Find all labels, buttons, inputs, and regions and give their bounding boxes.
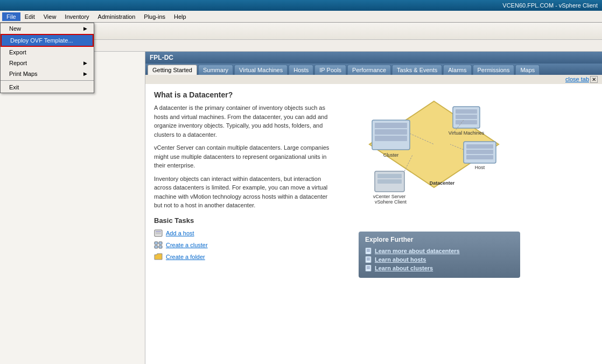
title-bar: VCEN60.FPL.COM - vSphere Client bbox=[0, 0, 602, 11]
tab-maps[interactable]: Maps bbox=[515, 65, 540, 75]
svg-rect-15 bbox=[456, 109, 477, 114]
title-text: VCEN60.FPL.COM - vSphere Client bbox=[502, 2, 598, 9]
tab-getting-started[interactable]: Getting Started bbox=[148, 65, 197, 75]
tab-ip-pools[interactable]: IP Pools bbox=[314, 65, 346, 75]
task-create-cluster-link[interactable]: Create a cluster bbox=[166, 242, 208, 248]
menu-print-maps[interactable]: Print Maps bbox=[1, 68, 94, 79]
right-content: Cluster Virtual Machines Host bbox=[359, 90, 520, 278]
datacenter-diagram: Cluster Virtual Machines Host bbox=[359, 90, 509, 204]
svg-rect-34 bbox=[366, 248, 371, 254]
svg-text:Cluster: Cluster bbox=[383, 152, 399, 158]
menu-deploy-ovf[interactable]: Deploy OVF Template... bbox=[1, 34, 94, 47]
svg-rect-11 bbox=[375, 129, 407, 135]
file-dropdown: New Deploy OVF Template... Export Report… bbox=[0, 23, 94, 93]
tab-bar: Getting Started Summary Virtual Machines… bbox=[145, 64, 602, 75]
svg-text:Host: Host bbox=[475, 165, 485, 170]
menu-edit[interactable]: Edit bbox=[20, 12, 39, 21]
doc-icon-1 bbox=[365, 248, 372, 254]
tab-summary[interactable]: Summary bbox=[198, 65, 233, 75]
main-layout: FPL-DC Getting Started Summary Virtual M… bbox=[0, 52, 602, 364]
svg-rect-26 bbox=[377, 174, 402, 178]
tab-permissions[interactable]: Permissions bbox=[473, 65, 515, 75]
tab-virtual-machines[interactable]: Virtual Machines bbox=[234, 65, 288, 75]
explore-link-3[interactable]: Learn about clusters bbox=[375, 265, 433, 271]
svg-text:vSphere Client: vSphere Client bbox=[375, 199, 407, 204]
paragraph-1: A datacenter is the primary container of… bbox=[154, 103, 337, 139]
svg-rect-27 bbox=[377, 179, 402, 184]
menu-help[interactable]: Help bbox=[170, 12, 191, 21]
explore-link-1[interactable]: Learn more about datacenters bbox=[375, 248, 460, 254]
close-tab-link[interactable]: close tab bbox=[565, 76, 589, 83]
task-create-folder-link[interactable]: Create a folder bbox=[166, 254, 205, 260]
close-tab-x[interactable]: ✕ bbox=[590, 76, 598, 83]
svg-text:Virtual Machines: Virtual Machines bbox=[449, 130, 485, 136]
menu-exit[interactable]: Exit bbox=[1, 82, 94, 93]
menu-inventory[interactable]: Inventory bbox=[60, 12, 93, 21]
paragraph-3: Inventory objects can interact within da… bbox=[154, 174, 337, 210]
content-area: FPL-DC Getting Started Summary Virtual M… bbox=[145, 52, 602, 364]
explore-link-2[interactable]: Learn about hosts bbox=[375, 256, 426, 263]
host-icon bbox=[154, 229, 163, 237]
left-content: What is a Datacenter? A datacenter is th… bbox=[154, 90, 348, 278]
svg-rect-2 bbox=[156, 233, 161, 233]
tab-performance[interactable]: Performance bbox=[347, 65, 391, 75]
svg-rect-21 bbox=[466, 150, 493, 154]
panel-header: FPL-DC bbox=[145, 52, 602, 64]
menu-plugins[interactable]: Plug-ins bbox=[139, 12, 170, 21]
tab-tasks-events[interactable]: Tasks & Events bbox=[392, 65, 442, 75]
svg-text:vCenter Server: vCenter Server bbox=[373, 194, 406, 199]
svg-rect-3 bbox=[156, 234, 161, 234]
panel-title: FPL-DC bbox=[150, 54, 173, 61]
svg-rect-16 bbox=[456, 115, 477, 119]
svg-rect-7 bbox=[159, 246, 162, 248]
close-tab-area: close tab ✕ bbox=[145, 75, 602, 84]
cluster-icon bbox=[154, 241, 163, 249]
explore-title: Explore Further bbox=[365, 236, 514, 243]
content-wrapper: What is a Datacenter? A datacenter is th… bbox=[154, 90, 593, 278]
menu-report[interactable]: Report bbox=[1, 58, 94, 68]
task-add-host-link[interactable]: Add a host bbox=[166, 230, 194, 236]
basic-tasks-title: Basic Tasks bbox=[154, 216, 348, 225]
svg-text:Datacenter: Datacenter bbox=[430, 180, 455, 186]
tab-alarms[interactable]: Alarms bbox=[443, 65, 471, 75]
paragraph-2: vCenter Server can contain multiple data… bbox=[154, 143, 337, 170]
svg-rect-10 bbox=[375, 123, 407, 128]
explore-item-1: Learn more about datacenters bbox=[365, 248, 514, 254]
menu-view[interactable]: View bbox=[39, 12, 61, 21]
svg-rect-38 bbox=[366, 256, 371, 263]
task-create-cluster: Create a cluster bbox=[154, 241, 348, 249]
tab-hosts[interactable]: Hosts bbox=[289, 65, 313, 75]
sidebar bbox=[0, 52, 145, 364]
svg-rect-17 bbox=[456, 120, 477, 124]
svg-rect-12 bbox=[375, 136, 407, 141]
svg-rect-1 bbox=[156, 231, 161, 232]
explore-item-3: Learn about clusters bbox=[365, 265, 514, 271]
menu-bar: File Edit View Inventory Administration … bbox=[0, 11, 602, 23]
svg-rect-42 bbox=[366, 265, 371, 271]
task-create-folder: Create a folder bbox=[154, 253, 348, 261]
task-add-host: Add a host bbox=[154, 229, 348, 237]
section-title: What is a Datacenter? bbox=[154, 90, 348, 99]
explore-item-2: Learn about hosts bbox=[365, 256, 514, 263]
svg-rect-22 bbox=[466, 155, 493, 159]
menu-file[interactable]: File bbox=[2, 12, 20, 21]
explore-box: Explore Further Learn more about datacen… bbox=[359, 232, 520, 278]
menu-new[interactable]: New bbox=[1, 23, 94, 34]
svg-rect-5 bbox=[159, 242, 162, 244]
svg-rect-20 bbox=[466, 144, 493, 149]
svg-rect-6 bbox=[155, 246, 158, 248]
dropdown-separator bbox=[1, 80, 94, 81]
content-inner: What is a Datacenter? A datacenter is th… bbox=[145, 84, 602, 364]
doc-icon-3 bbox=[365, 265, 372, 271]
doc-icon-2 bbox=[365, 256, 372, 263]
menu-export[interactable]: Export bbox=[1, 47, 94, 58]
folder-icon bbox=[154, 253, 163, 261]
svg-rect-4 bbox=[155, 242, 158, 244]
menu-administration[interactable]: Administration bbox=[94, 12, 140, 21]
